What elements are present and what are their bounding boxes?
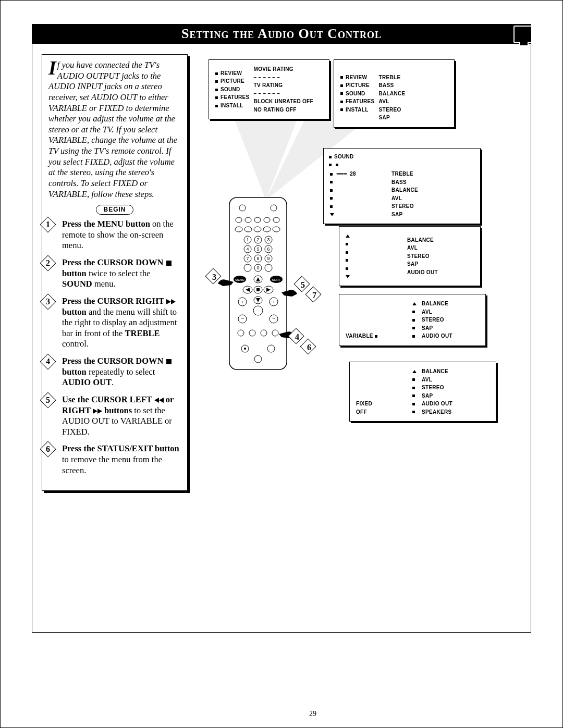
- svg-text:7: 7: [246, 256, 249, 261]
- svg-text:1: 1: [246, 237, 249, 242]
- svg-text:MENU: MENU: [235, 278, 244, 281]
- svg-text:+: +: [241, 299, 244, 305]
- header-title: Setting the Audio Out Control: [181, 26, 382, 42]
- instructions-box: If you have connected the TV's AUDIO OUT…: [42, 54, 188, 491]
- svg-text:8: 8: [256, 256, 259, 261]
- page-number: 29: [32, 710, 563, 718]
- page-header: Setting the Audio Out Control: [32, 24, 531, 44]
- svg-text:−: −: [241, 315, 244, 322]
- svg-text:SURF: SURF: [272, 278, 281, 281]
- begin-label: BEGIN: [96, 205, 133, 215]
- svg-text:−: −: [272, 315, 275, 322]
- osd-menu-variable: VARIABLE BALANCE AVL STEREO SAP AUDIO OU…: [339, 294, 486, 346]
- osd-menu-main-features: REVIEW PICTURE SOUND FEATURES INSTALL MO…: [209, 59, 329, 119]
- svg-text:2: 2: [256, 237, 259, 242]
- callout-6: 6: [302, 341, 316, 354]
- svg-text:0: 0: [256, 265, 259, 270]
- step-1: 1 Press the MENU button on the remote to…: [48, 219, 181, 251]
- svg-text:9: 9: [267, 256, 270, 261]
- dropcap: I: [48, 60, 57, 76]
- step-5: 5 Use the CURSOR LEFT or RIGHT buttons t…: [48, 394, 181, 438]
- page-content: If you have connected the TV's AUDIO OUT…: [32, 44, 531, 633]
- step-4: 4 Press the CURSOR DOWN button repeatedl…: [48, 356, 181, 388]
- svg-text:3: 3: [267, 237, 270, 242]
- tv-icon: [513, 26, 534, 43]
- diagram: REVIEW PICTURE SOUND FEATURES INSTALL MO…: [203, 54, 521, 445]
- remote-control-icon: 1 2 3 4 5 6 7 8 9 0 MENU: [209, 195, 297, 377]
- osd-menu-fixed: FIXEDOFF BALANCE AVL STEREO SAP AUDIO OU…: [349, 362, 496, 422]
- osd-menu-scroll-1: BALANCE AVL STEREO SAP AUDIO OUT: [339, 226, 481, 286]
- svg-text:5: 5: [256, 246, 259, 252]
- instructions-column: If you have connected the TV's AUDIO OUT…: [42, 54, 188, 616]
- svg-text:+: +: [272, 299, 275, 305]
- manual-page: Setting the Audio Out Control If you hav…: [0, 0, 563, 728]
- svg-point-66: [244, 348, 246, 350]
- step-6: 6 Press the STATUS/EXIT button to remove…: [48, 443, 181, 476]
- callout-3: 3: [207, 270, 221, 284]
- diagram-column: REVIEW PICTURE SOUND FEATURES INSTALL MO…: [203, 54, 521, 616]
- svg-rect-47: [256, 288, 260, 291]
- osd-menu-main-sound: REVIEW PICTURE SOUND FEATURES INSTALL TR…: [334, 59, 455, 128]
- svg-rect-3: [229, 198, 287, 369]
- intro-paragraph: If you have connected the TV's AUDIO OUT…: [48, 60, 181, 200]
- svg-text:6: 6: [267, 246, 270, 252]
- svg-text:4: 4: [246, 246, 249, 252]
- osd-menu-sound-treble: SOUND ━━━ 28 TREBLE BASS BALANCE AVL STE…: [323, 148, 481, 224]
- callout-7: 7: [308, 289, 321, 302]
- step-3: 3 Press the CURSOR RIGHT button and the …: [48, 296, 181, 350]
- step-2: 2 Press the CURSOR DOWN button twice to …: [48, 257, 181, 290]
